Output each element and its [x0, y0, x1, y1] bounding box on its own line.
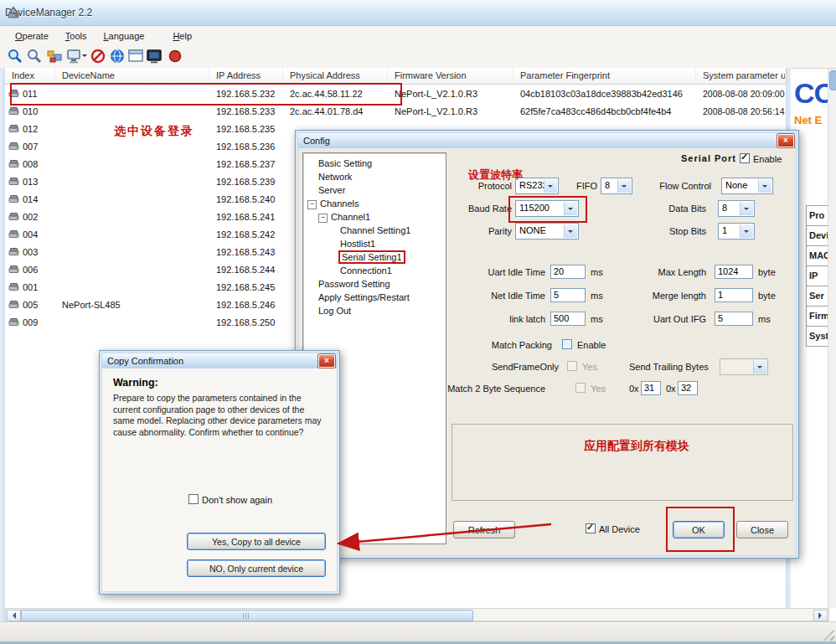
link-latch-label: link latch [465, 314, 545, 324]
device-index: 007 [23, 142, 38, 152]
horizontal-scrollbar[interactable] [5, 608, 829, 621]
tree-item-serial-setting1[interactable]: Serial Setting1 [303, 250, 446, 264]
baud-rate-select[interactable]: 115200 [515, 200, 579, 217]
tree-item-connection1[interactable]: Connection1 [303, 264, 446, 277]
chevron-down-icon[interactable] [617, 179, 631, 193]
tree-item-password-setting[interactable]: Password Setting [303, 277, 446, 291]
merge-length-input[interactable]: 1 [715, 288, 753, 302]
serial-enable-checkbox[interactable] [740, 153, 750, 163]
side-panel-scroll-thumb[interactable] [829, 70, 836, 90]
data-bits-select[interactable]: 8 [718, 200, 755, 217]
match-packing-checkbox[interactable] [562, 339, 572, 349]
col-sysparam[interactable]: System parameter up [696, 68, 786, 84]
resize-grip[interactable] [823, 629, 834, 641]
link-latch-input[interactable]: 500 [550, 312, 586, 326]
tree-item-network[interactable]: Network [303, 170, 446, 183]
tree-item-channel1[interactable]: −Channel1 [303, 210, 446, 224]
deploy-monitor-icon[interactable] [66, 48, 83, 64]
device-search-icon[interactable] [7, 48, 23, 64]
tree-item-channel-setting1[interactable]: Channel Setting1 [303, 224, 446, 237]
refresh-button[interactable]: Refresh [453, 521, 515, 538]
close-icon[interactable]: × [777, 134, 794, 147]
col-index[interactable]: Index [5, 68, 55, 84]
device-index-cell: 011 [5, 89, 55, 99]
menu-help[interactable]: Help [164, 28, 200, 44]
fifo-select[interactable]: 8 [601, 178, 632, 194]
all-device-checkbox[interactable] [586, 523, 596, 533]
device-index-cell: 007 [5, 142, 55, 152]
uart-out-ifg-label: Uart Out IFG [642, 314, 706, 324]
hex-prefix-1: 0x [629, 384, 639, 394]
col-ip[interactable]: IP Address [209, 68, 283, 84]
terminal-icon[interactable] [146, 48, 163, 64]
tree-item-server[interactable]: Server [303, 183, 446, 197]
tree-item-channels[interactable]: −Channels [303, 197, 446, 210]
col-mac[interactable]: Physical Address [283, 68, 388, 84]
device-index-cell: 005 [5, 300, 55, 310]
chevron-down-icon[interactable] [564, 224, 577, 238]
deploy-dropdown-caret[interactable] [82, 54, 87, 59]
byte2-input[interactable]: 32 [678, 381, 698, 395]
net-idle-time-input[interactable]: 5 [550, 288, 586, 302]
close-icon[interactable]: × [318, 354, 335, 368]
max-length-label: Max Length [642, 267, 706, 277]
zoom-icon[interactable] [26, 48, 43, 64]
chevron-down-icon[interactable] [740, 202, 753, 215]
send-frame-only-yes-label: Yes [582, 362, 597, 372]
close-button[interactable]: Close [736, 521, 788, 538]
device-icon [8, 212, 19, 221]
chevron-down-icon[interactable] [758, 179, 771, 193]
tree-item-log-out[interactable]: Log Out [303, 304, 446, 317]
device-ip: 192.168.5.233 [209, 106, 283, 116]
no-only-current-button[interactable]: NO, Only current device [187, 559, 326, 577]
net-idle-time-unit: ms [591, 291, 603, 301]
col-devicename[interactable]: DeviceName [55, 68, 209, 84]
device-ip: 192.168.5.246 [209, 300, 283, 310]
yes-copy-all-button[interactable]: Yes, Copy to all device [187, 533, 326, 550]
block-icon[interactable] [90, 48, 106, 64]
copy-dialog-titlebar[interactable]: Copy Confirmation [102, 353, 337, 368]
stop-icon[interactable] [167, 48, 183, 64]
device-mac: 2c.ac.44.58.11.22 [283, 89, 388, 99]
tree-collapse-icon[interactable]: − [307, 200, 317, 209]
window-titlebar[interactable]: DeviceManager 2.2 [0, 0, 836, 26]
horizontal-scroll-thumb[interactable] [21, 610, 473, 621]
ok-button[interactable]: OK [673, 521, 725, 538]
scroll-right-arrow[interactable] [813, 610, 828, 621]
chevron-down-icon[interactable] [753, 360, 766, 374]
menu-tools[interactable]: Tools [57, 28, 95, 44]
flow-control-select[interactable]: None [721, 178, 773, 194]
side-panel-scrollbar[interactable] [828, 69, 836, 608]
channel-config-icon[interactable] [46, 48, 63, 64]
send-frame-only-checkbox[interactable] [567, 361, 577, 371]
config-dialog-titlebar[interactable]: Config [298, 133, 796, 148]
tree-item-apply-settings[interactable]: Apply Settings/Restart [303, 291, 446, 304]
chevron-down-icon[interactable] [564, 202, 577, 215]
max-length-input[interactable]: 1024 [715, 265, 753, 279]
tree-item-basic-setting[interactable]: Basic Setting [303, 157, 446, 170]
send-trailing-bytes-select[interactable] [720, 358, 768, 375]
stop-bits-select[interactable]: 1 [718, 223, 755, 240]
device-index-cell: 012 [5, 124, 55, 134]
chevron-down-icon[interactable] [740, 224, 753, 238]
chevron-down-icon[interactable] [544, 179, 557, 193]
all-device-label: All Device [599, 524, 640, 534]
tree-collapse-icon[interactable]: − [318, 214, 328, 223]
menu-language[interactable]: Language [95, 28, 152, 44]
match-2-byte-checkbox[interactable] [575, 383, 586, 393]
parity-select[interactable]: NONE [515, 223, 579, 240]
dont-show-again-checkbox[interactable] [188, 494, 199, 504]
device-index: 006 [23, 265, 38, 275]
menu-operate[interactable]: Operate [7, 28, 57, 44]
browser-icon[interactable] [109, 48, 126, 64]
scroll-left-arrow[interactable] [7, 610, 21, 621]
uart-idle-time-input[interactable]: 20 [550, 265, 586, 279]
window-icon[interactable] [127, 48, 144, 64]
col-firmware[interactable]: Firmware Version [388, 68, 513, 84]
col-fingerprint[interactable]: Parameter Fingerprint [513, 68, 696, 84]
byte1-input[interactable]: 31 [641, 381, 661, 395]
table-row[interactable]: 010 192.168.5.233 2c.ac.44.01.78.d4 NePo… [5, 102, 786, 120]
table-row[interactable]: 011 192.168.5.232 2c.ac.44.58.11.22 NePo… [5, 85, 786, 102]
uart-out-ifg-input[interactable]: 5 [715, 312, 753, 326]
tree-item-hostlist1[interactable]: Hostlist1 [303, 237, 446, 250]
